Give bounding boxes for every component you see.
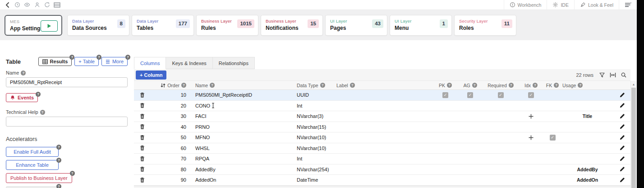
checkbox-checked[interactable]: ✓ [528,92,534,98]
trash-icon[interactable] [140,124,145,130]
menu-lines-icon[interactable] [619,0,637,9]
checkbox-checked[interactable]: ✓ [467,92,473,98]
checkbox-checked[interactable]: ✓ [442,92,448,98]
header-cell-order[interactable]: Order? [150,81,187,89]
card-app-settings[interactable]: MESApp Settings [5,15,62,36]
pencil-icon[interactable] [619,124,625,130]
help-icon[interactable]: ? [181,83,186,88]
help-icon[interactable]: ? [320,83,325,88]
history-icon[interactable] [12,1,22,9]
table-row[interactable]: 50MFNONVarchar(10)✓ [134,132,630,143]
card-pages[interactable]: UI LayerPages43 [325,15,387,36]
pencil-icon[interactable] [619,92,625,98]
header-cell-label[interactable]: Label? [336,81,433,89]
help-icon[interactable]: ? [56,145,61,150]
help-icon[interactable]: ? [56,184,61,188]
toolbar-item-workbench[interactable]: Workbench [504,0,547,9]
back-icon[interactable] [2,1,12,9]
plus-icon[interactable] [528,135,534,141]
table-row[interactable]: 40PRNONVarchar(15) [134,122,630,133]
table-row[interactable]: 70RPQAInt [134,154,630,164]
checkbox-checked[interactable]: ✓ [550,135,556,141]
pencil-icon[interactable] [619,166,625,172]
eye-icon[interactable] [22,1,32,9]
card-menu[interactable]: UI LayerMenu1 [390,15,452,36]
table-row[interactable]: 80AddedByNVarchar(254)AddedBy [134,164,630,175]
pencil-icon[interactable] [619,156,625,162]
table-row[interactable]: 10PMS050MI_RptReceiptIDUUID✓✓✓✓ [134,90,630,101]
toolbar-item-ide[interactable]: IDE [547,0,574,9]
pencil-icon[interactable] [619,113,625,119]
fit-columns-icon[interactable] [610,72,616,78]
checkbox-checked[interactable]: ✓ [498,92,504,98]
header-cell-fk[interactable]: FK? [543,81,561,89]
help-icon[interactable]: ? [447,83,452,88]
trash-icon[interactable] [140,113,145,119]
table-row[interactable]: 20CONOInt [134,101,630,112]
help-icon[interactable]: ? [509,83,514,88]
refresh-icon[interactable] [42,1,52,9]
header-cell-ag[interactable]: AG? [458,81,483,89]
card-roles[interactable]: Security LayerRoles11 [454,15,516,36]
help-icon[interactable]: ? [40,110,45,115]
results-button[interactable]: Results [38,57,72,66]
table-row[interactable]: 90AddedOnDateTimeAddedOn [134,175,630,186]
events-button[interactable]: Events [6,93,38,102]
trash-icon[interactable] [140,103,145,108]
table-name-input[interactable] [6,77,128,87]
help-icon[interactable]: ? [533,83,538,88]
header-cell-usage[interactable]: Usage? [561,81,613,89]
technical-help-input[interactable] [6,117,128,127]
tab-columns[interactable]: Columns [134,57,166,69]
trash-icon[interactable] [140,166,145,172]
card-tables[interactable]: Data LayerTables177 [132,15,194,36]
accelerator-publish-to-business-layer[interactable]: Publish to Business Layer [6,173,72,183]
trash-icon[interactable] [140,92,145,98]
help-icon[interactable]: ? [554,83,559,88]
play-button[interactable] [41,20,58,32]
add-table-button[interactable]: + Table [74,57,99,66]
toolbar-item-look-feel[interactable]: Look & Feel [574,0,619,9]
help-icon[interactable]: ? [210,83,215,88]
help-icon[interactable]: ? [472,83,477,88]
help-icon[interactable]: ? [70,171,75,176]
card-rules[interactable]: Business LayerRules1015 [196,15,258,36]
tab-relationships[interactable]: Relationships [213,57,255,69]
trash-icon[interactable] [140,177,145,183]
pencil-icon[interactable] [619,177,625,183]
accelerator-enhance-table[interactable]: Enhance Table [6,160,59,170]
header-cell-idx[interactable]: Idx? [519,81,543,89]
filter-icon[interactable] [599,72,605,78]
trash-icon[interactable] [140,156,145,162]
help-icon[interactable]: ? [56,158,61,163]
accelerator-enable-full-audit[interactable]: Enable Full Audit [6,147,59,157]
card-data-sources[interactable]: Data LayerData Sources8 [67,15,129,36]
user-icon[interactable] [32,1,42,9]
help-icon[interactable]: ? [125,55,130,60]
help-icon[interactable]: ? [69,55,74,60]
pencil-icon[interactable] [619,103,625,108]
help-icon[interactable]: ? [36,92,41,97]
help-icon[interactable]: ? [578,83,583,88]
search-icon[interactable] [621,72,626,78]
help-icon[interactable]: ? [97,55,101,60]
help-icon[interactable]: ? [21,70,26,75]
header-cell-data-type[interactable]: Data Type? [289,81,336,89]
help-icon[interactable]: ? [350,83,355,88]
card-notifications[interactable]: Business LayerNotifications15 [261,15,323,36]
sort-icon[interactable] [160,83,166,88]
add-column-button[interactable]: + Column [136,70,166,80]
table-row[interactable]: 30FACINVarchar(3)Title [134,111,630,122]
tab-keys-indexes[interactable]: Keys & Indexes [166,57,212,69]
header-cell-pk[interactable]: PK? [433,81,458,89]
table-vertical-scrollbar[interactable]: ▲ [630,81,636,188]
scrollbar-thumb[interactable] [631,88,636,188]
pencil-icon[interactable] [619,135,625,141]
trash-icon[interactable] [140,145,145,151]
plus-icon[interactable] [528,113,534,119]
table-row[interactable]: 60WHSLNVarchar(10) [134,143,630,154]
table-rows-icon[interactable] [52,1,62,9]
header-cell-name[interactable]: Name? [187,81,289,89]
pencil-icon[interactable] [619,145,625,151]
scroll-up-arrow-icon[interactable]: ▲ [631,81,636,87]
